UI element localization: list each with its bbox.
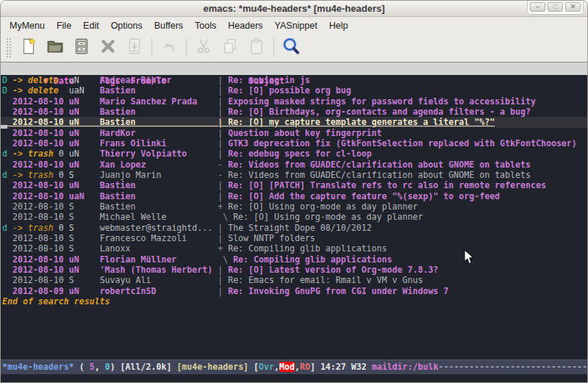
thread-connector: |	[218, 107, 228, 117]
titlebar[interactable]: emacs: *mu4e-headers* [mu4e-headers] – □…	[1, 1, 587, 17]
column-header-line[interactable]: ▼ Date Flgs From/To Subject	[1, 62, 587, 75]
mark-label: -> trash	[12, 223, 54, 233]
menu-options[interactable]: Options	[105, 18, 148, 33]
echo-area	[1, 374, 587, 382]
subject: Re: [O] [PATCH] Translate refs to rc als…	[228, 180, 546, 190]
from: Suvayu Ali	[100, 275, 218, 285]
subject: Re: Videos from GUADEC/clarification abo…	[228, 170, 531, 180]
message-row[interactable]: 2012-08-10 uN HardKor | Question about k…	[1, 128, 587, 138]
mark-char	[2, 254, 12, 265]
message-row[interactable]: 2012-08-10 uaN Bastien | Re: [O] Add the…	[1, 191, 587, 201]
toolbar-grip[interactable]	[6, 37, 12, 58]
flags: uN	[69, 128, 100, 138]
from: Bastien	[100, 85, 218, 96]
flags: S	[69, 201, 100, 212]
toolbar	[1, 34, 587, 62]
mark-char	[2, 212, 12, 222]
end-of-results: End of search results	[1, 296, 587, 307]
message-row[interactable]: d -> trash 0 S Juanjo Marin - Re: Videos…	[1, 170, 587, 180]
toolbar-new-file-button[interactable]	[15, 35, 42, 60]
window-title: emacs: *mu4e-headers* [mu4e-headers]	[1, 1, 587, 16]
subject: Question about key fingerprint	[228, 128, 381, 138]
message-row[interactable]: 2012-08-10 S Lanoxx + Re: Compiling glib…	[1, 243, 587, 254]
menu-file[interactable]: File	[51, 18, 77, 33]
menu-mymenu[interactable]: MyMenu	[4, 18, 51, 33]
flags: uN	[69, 75, 100, 85]
thread-connector: |	[218, 117, 228, 127]
message-row[interactable]: d -> trash 0 uN Thierry Volpiatto | Re: …	[1, 148, 587, 159]
mark-char	[2, 128, 12, 138]
save-icon	[72, 37, 91, 59]
toolbar-copy-button	[217, 35, 243, 60]
date: 2012-08-10	[12, 180, 69, 190]
modeline-segment-14: maildir:/bulk	[372, 362, 439, 372]
toolbar-save-button[interactable]	[68, 35, 95, 60]
mark-char	[2, 160, 12, 170]
message-row[interactable]: 2012-08-10 S Bastien + Re: [O] Using org…	[1, 201, 587, 212]
modeline-segment-0: *mu4e-headers*	[2, 362, 74, 372]
flags: uN	[69, 180, 100, 190]
close-button[interactable]: ✕	[565, 2, 581, 12]
message-row[interactable]: d -> trash 0 S webmaster@straightd... | …	[1, 223, 587, 233]
subject: Re: Emacs for email: Rmail v VM v Gnus	[228, 275, 423, 285]
message-row[interactable]: 2012-08-10 uN Florian Müllner \ Re: Comp…	[1, 254, 587, 265]
flags: S	[69, 275, 100, 285]
from: Michael Welle	[100, 212, 218, 222]
toolbar-open-folder-button[interactable]	[42, 35, 68, 60]
date: 2012-08-10	[12, 254, 69, 265]
new-file-icon	[19, 37, 38, 59]
date: 2012-08-10	[12, 117, 69, 127]
menu-tools[interactable]: Tools	[189, 18, 222, 33]
from: Bastien	[100, 107, 218, 117]
thread-connector: |	[218, 223, 228, 233]
message-row[interactable]: 2012-08-10 uN Bastien | Re: [O] Birthday…	[1, 107, 587, 117]
minimize-button[interactable]: –	[530, 2, 545, 12]
mark-char	[2, 286, 12, 296]
message-row[interactable]: 2012-08-10 S Michael Welle \ Re: [O] Usi…	[1, 212, 587, 222]
mark-label: -> trash	[12, 148, 54, 159]
toolbar-separator	[151, 38, 152, 57]
message-row[interactable]: D -> delete uaN Bastien | Re: [O] possib…	[1, 85, 587, 96]
from: Thierry Volpiatto	[100, 148, 218, 159]
modeline-segment-2: 5	[90, 362, 95, 372]
subject: Re: [O] Add the capture feature "%(sexp)…	[228, 191, 500, 201]
message-row[interactable]: 2012-08-10 uN Bastien | Re: [O] [PATCH] …	[1, 180, 587, 190]
menu-help[interactable]: Help	[323, 18, 354, 33]
message-row[interactable]: 2012-08-10 S Suvayu Ali | Re: Emacs for …	[1, 275, 587, 285]
message-row[interactable]: 2012-08-10 uN Bastien | Re: [O] my captu…	[1, 117, 587, 127]
mode-line: *mu4e-headers* ( 5, 0) [All/2.0k] [mu4e-…	[1, 359, 587, 374]
from: webmaster@straightd...	[100, 223, 218, 233]
from: Francesco Mazzoli	[100, 233, 218, 243]
message-row[interactable]: 2012-08-10 uN Frans Oilinki | GTK3 depre…	[1, 138, 587, 148]
maximize-button[interactable]: □	[548, 2, 563, 12]
message-row[interactable]: 2012-08-10 uN Mario Sanchez Prada | Expo…	[1, 96, 587, 107]
close-icon: ✕	[570, 4, 576, 10]
mark-char: d	[2, 170, 12, 180]
message-row[interactable]: D -> delete uN Andreas Röhler | Re: movi…	[1, 75, 587, 85]
message-row[interactable]: 2012-08-10 uN Xan Lopez - Re: Videos fro…	[1, 160, 587, 170]
toolbar-search-button[interactable]	[278, 35, 304, 60]
menu-buffers[interactable]: Buffers	[148, 18, 189, 33]
thread-connector: |	[218, 138, 228, 148]
message-row[interactable]: 2012-08-10 S Francesco Mazzoli | Slow NN…	[1, 233, 587, 243]
modeline-segment-12: RO	[300, 362, 310, 372]
mark-label: -> delete	[12, 75, 59, 85]
mark-char: D	[2, 85, 12, 96]
subject: Re: [O] Birthdays, org-contacts and agen…	[228, 107, 531, 117]
mark-char	[2, 275, 12, 285]
menu-headers[interactable]: Headers	[222, 18, 268, 33]
modeline-segment-6: [mu4e-headers]	[176, 362, 248, 372]
subject: Exposing masked strings for password fie…	[228, 96, 536, 107]
from: Xan Lopez	[100, 160, 218, 170]
menu-edit[interactable]: Edit	[77, 18, 105, 33]
thread-connector: \	[218, 212, 233, 222]
flags: uN	[69, 160, 100, 170]
message-row[interactable]: 2012-08-10 uN 'Mash (Thomas Herbert) | R…	[1, 265, 587, 275]
date: 2012-08-10	[12, 160, 69, 170]
toolbar-close-buffer-button[interactable]	[95, 35, 121, 60]
flags: uN	[69, 254, 100, 265]
menu-yasnippet[interactable]: YASnippet	[269, 18, 323, 33]
thread-connector: |	[218, 96, 228, 107]
thread-connector: |	[218, 180, 228, 190]
message-row[interactable]: 2012-08-09 uN robertcInSD | Re: Invoking…	[1, 286, 587, 296]
